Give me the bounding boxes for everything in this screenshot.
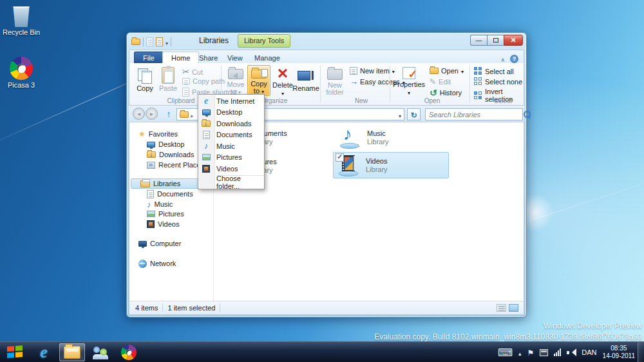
select-none-button[interactable]: Select none xyxy=(474,77,522,86)
refresh-button[interactable] xyxy=(407,108,421,120)
copy-label: Copy xyxy=(137,85,153,92)
rename-label: Rename xyxy=(292,85,319,92)
action-center-icon[interactable] xyxy=(527,347,535,358)
rename-button[interactable]: Rename xyxy=(294,65,317,96)
chevron-down-icon xyxy=(408,88,410,96)
history-button[interactable]: History xyxy=(430,88,462,98)
libraries-icon xyxy=(140,180,150,187)
title-bar[interactable]: Libraries Library Tools — ✕ xyxy=(127,33,526,50)
show-desktop-button[interactable] xyxy=(638,342,644,362)
new-item-button[interactable]: New item xyxy=(350,67,395,75)
pictures-label: Pictures xyxy=(158,210,184,218)
forward-button[interactable]: ▸ xyxy=(146,108,158,120)
copy-to-button[interactable]: Copy to xyxy=(247,65,270,96)
paste-label: Paste xyxy=(159,85,177,92)
selected-checkbox[interactable] xyxy=(336,153,344,162)
open-button[interactable]: Open xyxy=(430,67,464,75)
menu-item-downloads[interactable]: Downloads xyxy=(198,118,264,129)
desktop-icon-picasa[interactable]: Picasa 3 xyxy=(0,57,43,89)
recycle-bin-icon xyxy=(12,5,31,27)
language-indicator[interactable]: DAN xyxy=(582,348,596,356)
copy-to-dropdown-menu: The Internet Desktop Downloads Documents… xyxy=(198,94,265,189)
help-icon[interactable]: ? xyxy=(510,55,518,63)
qat-new-folder-icon[interactable] xyxy=(156,37,163,46)
paste-shortcut-icon xyxy=(182,88,189,97)
delete-button[interactable]: Delete xyxy=(271,65,294,96)
start-button[interactable] xyxy=(3,343,28,361)
menu-item-choose-folder[interactable]: Choose folder... xyxy=(198,177,264,189)
rename-icon xyxy=(298,68,314,82)
details-view-icon[interactable] xyxy=(497,304,506,312)
music-library-icon xyxy=(338,127,361,149)
sidebar-item-network[interactable]: Network xyxy=(129,258,212,269)
search-icon[interactable] xyxy=(524,111,531,118)
copy-path-label: Copy path xyxy=(193,77,225,85)
tray-window-icon[interactable] xyxy=(540,349,548,356)
paste-button[interactable]: Paste xyxy=(156,65,180,96)
sidebar-item-computer[interactable]: Computer xyxy=(129,238,212,249)
menu-item-music[interactable]: Music xyxy=(198,140,264,152)
computer-label: Computer xyxy=(150,240,181,247)
sidebar-item-documents[interactable]: Documents xyxy=(129,189,212,199)
tab-manage[interactable]: Manage xyxy=(246,52,289,64)
address-dropdown-icon[interactable] xyxy=(399,109,401,120)
library-tile-music[interactable]: Music Library xyxy=(334,124,450,151)
edit-icon xyxy=(430,77,436,86)
touch-keyboard-icon[interactable] xyxy=(498,347,513,359)
back-button[interactable]: ◂ xyxy=(133,108,145,120)
show-hidden-icons[interactable] xyxy=(518,347,522,358)
address-bar-row: ◂ ▸ xyxy=(129,106,524,122)
taskbar-messenger-button[interactable] xyxy=(88,343,113,361)
windows-logo-icon xyxy=(7,345,24,359)
thumbnail-view-icon[interactable] xyxy=(509,304,518,312)
copy-path-button[interactable]: Copy path xyxy=(182,77,225,85)
sidebar-item-videos[interactable]: Videos xyxy=(129,219,212,229)
volume-icon[interactable] xyxy=(567,348,576,356)
downloads-icon xyxy=(202,120,211,127)
qat-dropdown-icon[interactable] xyxy=(166,36,168,48)
chevron-down-icon xyxy=(461,67,464,75)
library-tile-videos[interactable]: Videos Library xyxy=(333,152,449,178)
search-input[interactable] xyxy=(426,111,524,119)
menu-item-desktop[interactable]: Desktop xyxy=(198,107,264,119)
clock[interactable]: 08:35 14-09-2011 xyxy=(603,345,635,360)
copy-button[interactable]: Copy xyxy=(133,65,156,96)
edit-button[interactable]: Edit xyxy=(430,77,451,86)
group-separator xyxy=(469,66,470,102)
menu-item-label: Desktop xyxy=(216,108,242,116)
minimize-button[interactable]: — xyxy=(470,35,487,46)
select-group-label: Select xyxy=(474,97,532,104)
maximize-button[interactable] xyxy=(487,35,504,46)
menu-item-pictures[interactable]: Pictures xyxy=(198,152,264,164)
new-folder-button[interactable]: New folder xyxy=(323,65,346,96)
edit-label: Edit xyxy=(439,78,451,86)
menu-item-documents[interactable]: Documents xyxy=(198,129,264,141)
status-bar: 4 items 1 item selected xyxy=(129,301,524,315)
menu-item-videos[interactable]: Videos xyxy=(198,163,264,175)
system-tray: DAN 08:35 14-09-2011 xyxy=(498,342,635,362)
select-all-button[interactable]: Select all xyxy=(474,67,514,75)
new-group-label: New xyxy=(329,97,393,104)
qat-properties-icon[interactable] xyxy=(146,37,153,46)
ribbon: Copy Paste Cut Copy path Paste shortcut … xyxy=(129,63,524,106)
explorer-window: Libraries Library Tools — ✕ File Home Sh… xyxy=(126,32,527,318)
history-icon xyxy=(430,88,437,98)
sidebar-item-music[interactable]: Music xyxy=(129,199,212,209)
videos-library-icon xyxy=(337,155,360,176)
sidebar-item-pictures[interactable]: Pictures xyxy=(129,209,212,219)
breadcrumb-arrow-icon[interactable] xyxy=(191,109,194,120)
network-signal-icon[interactable] xyxy=(554,348,561,356)
taskbar-ie-button[interactable]: e xyxy=(31,343,57,361)
desktop-icon-recycle-bin[interactable]: Recycle Bin xyxy=(0,5,43,36)
tab-file[interactable]: File xyxy=(134,52,164,64)
close-button[interactable]: ✕ xyxy=(504,35,523,46)
menu-item-the-internet[interactable]: The Internet xyxy=(198,95,264,107)
taskbar-explorer-button[interactable] xyxy=(59,343,85,361)
up-button[interactable] xyxy=(162,108,175,120)
taskbar-picasa-button[interactable] xyxy=(116,343,142,361)
group-separator xyxy=(320,66,321,102)
cut-button[interactable]: Cut xyxy=(182,67,203,77)
move-to-button[interactable]: Move to xyxy=(224,65,247,96)
properties-button[interactable]: Properties xyxy=(393,65,425,96)
copy-icon xyxy=(138,67,152,84)
